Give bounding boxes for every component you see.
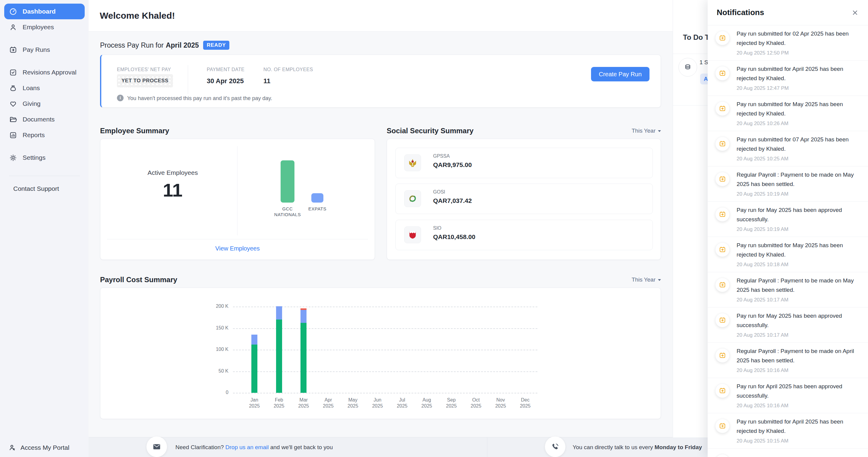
create-pay-run-button[interactable]: Create Pay Run — [591, 67, 650, 82]
view-employees-link[interactable]: View Employees — [100, 245, 375, 252]
payment-date-value: 30 Apr 2025 — [207, 77, 244, 85]
notification-item[interactable]: Pay run submitted for 02 Apr 2025 has be… — [708, 25, 868, 61]
sidebar-item-reports[interactable]: Reports — [4, 127, 85, 143]
close-icon[interactable] — [851, 9, 859, 17]
notification-item[interactable]: Pay run submitted for 07 Apr 2025 has be… — [708, 131, 868, 166]
sidebar-item-label: Documents — [23, 116, 55, 123]
todo-divider — [673, 105, 708, 105]
email-help-prefix: Need Clarification? — [176, 444, 225, 450]
payroll-cost-chart: 050 K100 K150 K200 KJan 2025Feb 2025Mar … — [100, 288, 661, 419]
payrun-section-title: Process Pay Run for April 2025 READY — [100, 41, 229, 50]
pay-run-icon — [715, 278, 730, 292]
payment-date-label: PAYMENT DATE — [207, 67, 244, 72]
x-axis-tick: May 2025 — [341, 397, 365, 409]
drop-us-an-email-link[interactable]: Drop us an email — [225, 444, 269, 450]
employee-bar-gcc-nationals — [281, 160, 294, 203]
sidebar-item-pay-runs[interactable]: Pay Runs — [4, 42, 85, 58]
notification-item[interactable]: Pay run submitted for May 2025 has been … — [708, 96, 868, 131]
notifications-title: Notifications — [717, 8, 764, 17]
x-axis-tick: Jun 2025 — [366, 397, 390, 409]
notification-timestamp: 20 Aug 2025 10:17 AM — [737, 297, 788, 303]
social-row-sio[interactable]: SIO QAR10,458.00 — [396, 220, 653, 250]
pay-run-icon — [715, 101, 730, 116]
sidebar-item-label: Reports — [23, 131, 45, 139]
notification-item[interactable]: Pay run submitted for April 2025 has bee… — [708, 413, 868, 449]
notification-text: Regular Payroll : Payment to be made on … — [737, 346, 861, 365]
payrun-card: EMPLOYEES' NET PAY YET TO PROCESS PAYMEN… — [100, 55, 661, 108]
x-axis-tick: Sep 2025 — [439, 397, 464, 409]
social-amount: QAR7,037.42 — [433, 197, 472, 204]
notification-text: Pay run submitted for May 2025 has been … — [737, 241, 861, 259]
bar-chart-icon — [9, 131, 17, 139]
gear-icon — [9, 154, 17, 162]
chevron-down-icon — [658, 279, 661, 281]
notification-timestamp: 20 Aug 2025 10:15 AM — [737, 438, 788, 444]
notification-text: Pay run submitted for May 2025 has been … — [737, 99, 861, 118]
x-axis-tick: Apr 2025 — [316, 397, 340, 409]
sidebar-item-dashboard[interactable]: Dashboard — [4, 4, 85, 19]
notification-timestamp: 20 Aug 2025 10:18 AM — [737, 262, 788, 268]
chevron-down-icon — [658, 130, 661, 132]
payroll-bar-segment — [251, 335, 257, 344]
employee-bar-chart — [100, 139, 375, 260]
social-year-dropdown[interactable]: This Year — [632, 127, 661, 134]
notification-text: Pay run submitted for 07 Apr 2025 has be… — [737, 135, 861, 153]
main-header: Welcome Khaled! — [89, 0, 673, 32]
notification-timestamp: 20 Aug 2025 10:19 AM — [737, 191, 788, 197]
x-axis-tick: Aug 2025 — [415, 397, 439, 409]
status-badge: READY — [203, 41, 230, 50]
social-row-gpssa[interactable]: GPSSA QAR9,975.00 — [396, 148, 653, 178]
main-content: Process Pay Run for April 2025 READY EMP… — [89, 32, 673, 437]
email-help-suffix: and we'll get back to you — [269, 444, 333, 450]
todo-panel-title: To Do Ta — [683, 33, 708, 41]
payroll-bar-segment — [276, 319, 282, 393]
uae-emblem-icon — [404, 154, 421, 171]
gridline — [233, 393, 537, 393]
todo-count-text: 1 S — [700, 59, 708, 66]
access-my-portal-link[interactable]: Access My Portal — [0, 438, 89, 457]
sidebar-item-revisions-approval[interactable]: Revisions Approval — [4, 64, 85, 80]
notifications-list: Pay run submitted for 02 Apr 2025 has be… — [708, 25, 868, 457]
contact-support-link[interactable]: Contact Support — [4, 176, 85, 192]
employee-count-value: 11 — [264, 77, 270, 85]
notification-text: Regular Payroll : Payment to be made on … — [737, 276, 861, 295]
sidebar-item-label: Revisions Approval — [23, 69, 76, 76]
pay-run-icon — [715, 313, 730, 327]
sidebar-item-documents[interactable]: Documents — [4, 112, 85, 127]
todo-divider — [673, 54, 708, 54]
sidebar-item-giving[interactable]: Giving — [4, 96, 85, 112]
sidebar-item-label: Dashboard — [23, 8, 56, 15]
sidebar: Dashboard Employees Pay Runs Revisions A… — [0, 0, 89, 457]
notification-item[interactable]: Pay run for May 2025 has been approved s… — [708, 202, 868, 237]
person-cursor-icon — [8, 444, 16, 452]
notification-item-partial[interactable] — [708, 449, 868, 457]
social-amount: QAR9,975.00 — [433, 161, 472, 169]
notification-item[interactable]: Pay run for April 2025 has been approved… — [708, 378, 868, 413]
sidebar-item-loans[interactable]: Loans — [4, 80, 85, 96]
payroll-year-value: This Year — [632, 276, 655, 283]
notification-item[interactable]: Regular Payroll : Payment to be made on … — [708, 343, 868, 378]
todo-approve-button[interactable]: A — [700, 73, 708, 84]
sidebar-item-settings[interactable]: Settings — [4, 150, 85, 165]
notification-item[interactable]: Pay run submitted for April 2025 has bee… — [708, 61, 868, 96]
payroll-year-dropdown[interactable]: This Year — [632, 276, 661, 283]
notification-timestamp: 20 Aug 2025 10:26 AM — [737, 121, 788, 127]
payroll-summary-title: Payroll Cost Summary — [100, 276, 177, 284]
social-row-gosi[interactable]: GOSI QAR7,037.42 — [396, 184, 653, 214]
notification-item[interactable]: Regular Payroll : Payment to be made on … — [708, 272, 868, 307]
x-axis-tick: Jan 2025 — [242, 397, 267, 409]
employee-summary-card: Active Employees 11 GCC NATIONALS EXPATS… — [100, 139, 375, 260]
notification-item[interactable]: Pay run submitted for May 2025 has been … — [708, 237, 868, 272]
y-axis-tick: 200 K — [201, 304, 228, 309]
sidebar-item-employees[interactable]: Employees — [4, 19, 85, 35]
footer-divider — [487, 437, 487, 457]
notification-item[interactable]: Regular Payroll : Payment to be made on … — [708, 166, 868, 202]
todo-panel: To Do Ta 1 S A — [673, 0, 708, 437]
sidebar-item-label: Giving — [23, 100, 41, 107]
y-axis-tick: 50 K — [201, 368, 228, 374]
sidebar-item-label: Pay Runs — [23, 46, 50, 53]
heart-icon — [9, 100, 17, 108]
sidebar-item-label: Settings — [23, 154, 45, 161]
payroll-bar-segment — [301, 310, 307, 323]
notification-item[interactable]: Pay run for May 2025 has been approved s… — [708, 307, 868, 343]
